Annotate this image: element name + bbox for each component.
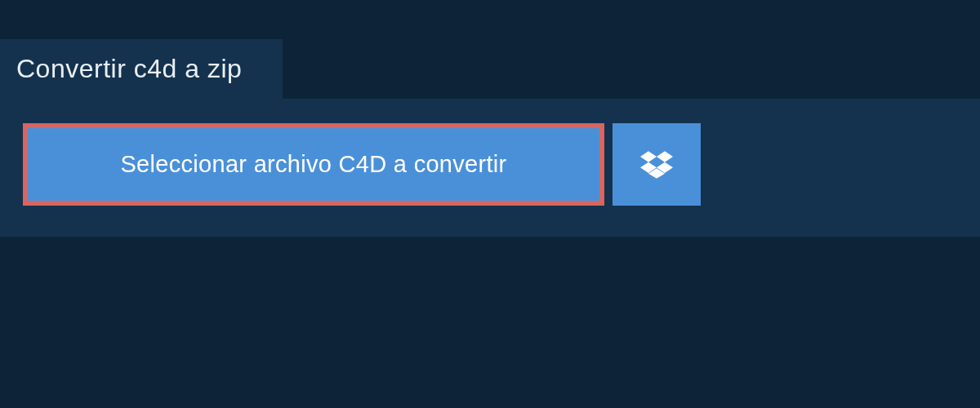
- dropbox-button[interactable]: [612, 123, 701, 206]
- tab-title: Convertir c4d a zip: [16, 54, 242, 83]
- select-file-label: Seleccionar archivo C4D a convertir: [120, 151, 506, 177]
- dropbox-icon: [640, 149, 673, 181]
- content-panel: Seleccionar archivo C4D a convertir: [0, 99, 980, 237]
- tab-convert[interactable]: Convertir c4d a zip: [0, 39, 283, 99]
- file-select-row: Seleccionar archivo C4D a convertir: [23, 123, 701, 206]
- select-file-button[interactable]: Seleccionar archivo C4D a convertir: [23, 123, 604, 206]
